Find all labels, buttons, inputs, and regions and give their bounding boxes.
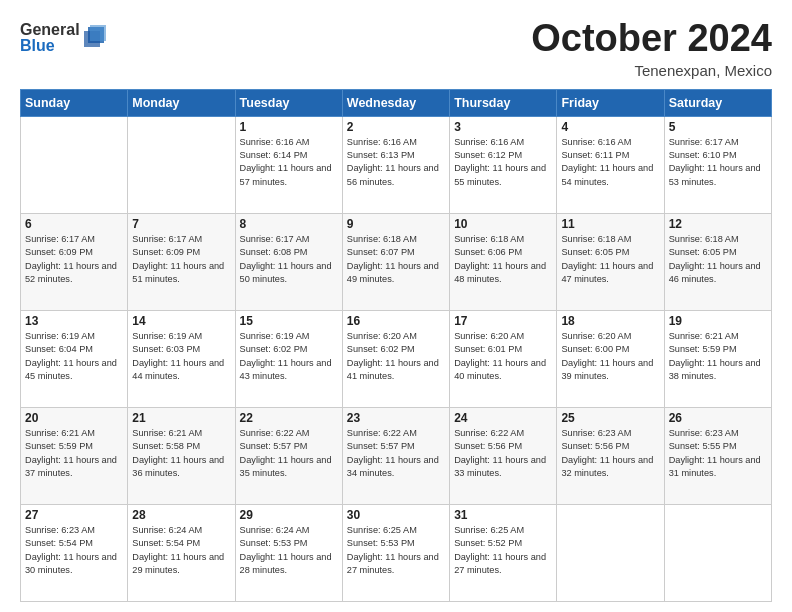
calendar-cell: 3Sunrise: 6:16 AMSunset: 6:12 PMDaylight…	[450, 116, 557, 213]
logo-blue: Blue	[20, 38, 80, 54]
cell-info: Sunrise: 6:25 AMSunset: 5:52 PMDaylight:…	[454, 524, 552, 577]
day-number: 10	[454, 217, 552, 231]
day-number: 28	[132, 508, 230, 522]
calendar-week-row: 6Sunrise: 6:17 AMSunset: 6:09 PMDaylight…	[21, 213, 772, 310]
day-number: 30	[347, 508, 445, 522]
cell-info: Sunrise: 6:20 AMSunset: 6:02 PMDaylight:…	[347, 330, 445, 383]
header: General Blue October 2024 Tenenexpan, Me…	[20, 18, 772, 79]
calendar-table: SundayMondayTuesdayWednesdayThursdayFrid…	[20, 89, 772, 602]
day-number: 22	[240, 411, 338, 425]
cell-info: Sunrise: 6:23 AMSunset: 5:55 PMDaylight:…	[669, 427, 767, 480]
day-number: 20	[25, 411, 123, 425]
cell-info: Sunrise: 6:21 AMSunset: 5:58 PMDaylight:…	[132, 427, 230, 480]
cell-info: Sunrise: 6:22 AMSunset: 5:56 PMDaylight:…	[454, 427, 552, 480]
cell-info: Sunrise: 6:17 AMSunset: 6:09 PMDaylight:…	[132, 233, 230, 286]
day-number: 6	[25, 217, 123, 231]
cell-info: Sunrise: 6:20 AMSunset: 6:00 PMDaylight:…	[561, 330, 659, 383]
cell-info: Sunrise: 6:16 AMSunset: 6:11 PMDaylight:…	[561, 136, 659, 189]
calendar-cell: 22Sunrise: 6:22 AMSunset: 5:57 PMDayligh…	[235, 407, 342, 504]
day-number: 16	[347, 314, 445, 328]
calendar-cell: 21Sunrise: 6:21 AMSunset: 5:58 PMDayligh…	[128, 407, 235, 504]
calendar-week-row: 27Sunrise: 6:23 AMSunset: 5:54 PMDayligh…	[21, 504, 772, 601]
cell-info: Sunrise: 6:21 AMSunset: 5:59 PMDaylight:…	[25, 427, 123, 480]
calendar-header-row: SundayMondayTuesdayWednesdayThursdayFrid…	[21, 89, 772, 116]
day-number: 25	[561, 411, 659, 425]
day-number: 7	[132, 217, 230, 231]
day-number: 27	[25, 508, 123, 522]
day-number: 18	[561, 314, 659, 328]
calendar-cell: 1Sunrise: 6:16 AMSunset: 6:14 PMDaylight…	[235, 116, 342, 213]
day-number: 17	[454, 314, 552, 328]
cell-info: Sunrise: 6:23 AMSunset: 5:56 PMDaylight:…	[561, 427, 659, 480]
month-title: October 2024	[531, 18, 772, 60]
day-number: 21	[132, 411, 230, 425]
day-number: 8	[240, 217, 338, 231]
cell-info: Sunrise: 6:19 AMSunset: 6:04 PMDaylight:…	[25, 330, 123, 383]
logo-general: General	[20, 22, 80, 38]
calendar-day-header: Sunday	[21, 89, 128, 116]
calendar-cell: 27Sunrise: 6:23 AMSunset: 5:54 PMDayligh…	[21, 504, 128, 601]
calendar-day-header: Wednesday	[342, 89, 449, 116]
calendar-cell: 23Sunrise: 6:22 AMSunset: 5:57 PMDayligh…	[342, 407, 449, 504]
cell-info: Sunrise: 6:18 AMSunset: 6:05 PMDaylight:…	[669, 233, 767, 286]
cell-info: Sunrise: 6:20 AMSunset: 6:01 PMDaylight:…	[454, 330, 552, 383]
calendar-day-header: Tuesday	[235, 89, 342, 116]
calendar-cell: 4Sunrise: 6:16 AMSunset: 6:11 PMDaylight…	[557, 116, 664, 213]
calendar-cell: 6Sunrise: 6:17 AMSunset: 6:09 PMDaylight…	[21, 213, 128, 310]
calendar-cell: 7Sunrise: 6:17 AMSunset: 6:09 PMDaylight…	[128, 213, 235, 310]
calendar-cell	[557, 504, 664, 601]
calendar-cell: 5Sunrise: 6:17 AMSunset: 6:10 PMDaylight…	[664, 116, 771, 213]
cell-info: Sunrise: 6:23 AMSunset: 5:54 PMDaylight:…	[25, 524, 123, 577]
calendar-cell: 16Sunrise: 6:20 AMSunset: 6:02 PMDayligh…	[342, 310, 449, 407]
day-number: 15	[240, 314, 338, 328]
calendar-cell	[21, 116, 128, 213]
cell-info: Sunrise: 6:18 AMSunset: 6:07 PMDaylight:…	[347, 233, 445, 286]
calendar-cell: 14Sunrise: 6:19 AMSunset: 6:03 PMDayligh…	[128, 310, 235, 407]
calendar-cell: 10Sunrise: 6:18 AMSunset: 6:06 PMDayligh…	[450, 213, 557, 310]
cell-info: Sunrise: 6:16 AMSunset: 6:13 PMDaylight:…	[347, 136, 445, 189]
cell-info: Sunrise: 6:21 AMSunset: 5:59 PMDaylight:…	[669, 330, 767, 383]
cell-info: Sunrise: 6:22 AMSunset: 5:57 PMDaylight:…	[240, 427, 338, 480]
cell-info: Sunrise: 6:17 AMSunset: 6:09 PMDaylight:…	[25, 233, 123, 286]
day-number: 3	[454, 120, 552, 134]
logo-icon	[84, 25, 106, 51]
calendar-day-header: Friday	[557, 89, 664, 116]
calendar-day-header: Saturday	[664, 89, 771, 116]
location: Tenenexpan, Mexico	[531, 62, 772, 79]
calendar-cell: 25Sunrise: 6:23 AMSunset: 5:56 PMDayligh…	[557, 407, 664, 504]
calendar-week-row: 1Sunrise: 6:16 AMSunset: 6:14 PMDaylight…	[21, 116, 772, 213]
calendar-cell: 24Sunrise: 6:22 AMSunset: 5:56 PMDayligh…	[450, 407, 557, 504]
calendar-cell: 28Sunrise: 6:24 AMSunset: 5:54 PMDayligh…	[128, 504, 235, 601]
day-number: 9	[347, 217, 445, 231]
day-number: 31	[454, 508, 552, 522]
calendar-day-header: Thursday	[450, 89, 557, 116]
cell-info: Sunrise: 6:18 AMSunset: 6:05 PMDaylight:…	[561, 233, 659, 286]
calendar-week-row: 20Sunrise: 6:21 AMSunset: 5:59 PMDayligh…	[21, 407, 772, 504]
cell-info: Sunrise: 6:16 AMSunset: 6:14 PMDaylight:…	[240, 136, 338, 189]
day-number: 13	[25, 314, 123, 328]
title-block: October 2024 Tenenexpan, Mexico	[531, 18, 772, 79]
calendar-cell: 15Sunrise: 6:19 AMSunset: 6:02 PMDayligh…	[235, 310, 342, 407]
calendar-cell: 20Sunrise: 6:21 AMSunset: 5:59 PMDayligh…	[21, 407, 128, 504]
svg-marker-2	[90, 25, 106, 41]
calendar-cell: 9Sunrise: 6:18 AMSunset: 6:07 PMDaylight…	[342, 213, 449, 310]
day-number: 24	[454, 411, 552, 425]
day-number: 4	[561, 120, 659, 134]
cell-info: Sunrise: 6:17 AMSunset: 6:08 PMDaylight:…	[240, 233, 338, 286]
cell-info: Sunrise: 6:19 AMSunset: 6:03 PMDaylight:…	[132, 330, 230, 383]
calendar-cell: 8Sunrise: 6:17 AMSunset: 6:08 PMDaylight…	[235, 213, 342, 310]
day-number: 5	[669, 120, 767, 134]
logo-text: General Blue	[20, 22, 80, 54]
cell-info: Sunrise: 6:19 AMSunset: 6:02 PMDaylight:…	[240, 330, 338, 383]
calendar-cell: 13Sunrise: 6:19 AMSunset: 6:04 PMDayligh…	[21, 310, 128, 407]
calendar-cell: 19Sunrise: 6:21 AMSunset: 5:59 PMDayligh…	[664, 310, 771, 407]
calendar-cell	[128, 116, 235, 213]
cell-info: Sunrise: 6:16 AMSunset: 6:12 PMDaylight:…	[454, 136, 552, 189]
calendar-week-row: 13Sunrise: 6:19 AMSunset: 6:04 PMDayligh…	[21, 310, 772, 407]
cell-info: Sunrise: 6:24 AMSunset: 5:53 PMDaylight:…	[240, 524, 338, 577]
day-number: 12	[669, 217, 767, 231]
cell-info: Sunrise: 6:25 AMSunset: 5:53 PMDaylight:…	[347, 524, 445, 577]
calendar-cell: 30Sunrise: 6:25 AMSunset: 5:53 PMDayligh…	[342, 504, 449, 601]
logo: General Blue	[20, 22, 106, 54]
day-number: 2	[347, 120, 445, 134]
